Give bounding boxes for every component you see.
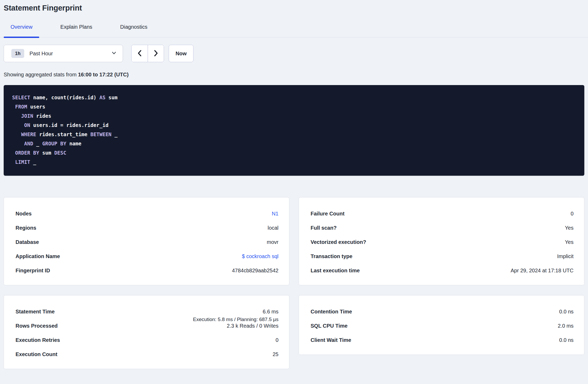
row-value-wrap: 0.0 ns	[559, 309, 574, 315]
card-row: Regionslocal	[16, 225, 278, 239]
row-label: SQL CPU Time	[311, 323, 347, 329]
row-value-wrap: 4784cb829aab2542	[232, 268, 278, 274]
sql-keyword: AS	[99, 95, 106, 100]
sql-statement-box: SELECT name, count(rides.id) AS sum FROM…	[4, 85, 584, 176]
sql-keyword: ON	[24, 122, 30, 128]
page-title: Statement Fingerprint	[4, 4, 584, 12]
sql-text: users	[27, 104, 45, 110]
sql-text: rides.start_time	[36, 131, 91, 137]
time-range-dropdown[interactable]: 1h Past Hour	[4, 45, 123, 62]
row-value: 0.0 ns	[559, 337, 574, 343]
row-value-link[interactable]: $ cockroach sql	[242, 253, 278, 259]
summary-card-overview-right: Failure Count0Full scan?YesVectorized ex…	[299, 197, 584, 285]
stats-caption-prefix: Showing aggregated stats from	[4, 72, 78, 77]
card-row: Failure Count0	[311, 211, 574, 225]
row-value: Yes	[565, 239, 574, 245]
row-label: Client Wait Time	[311, 337, 351, 343]
sql-text	[12, 141, 24, 146]
sql-text	[12, 113, 21, 119]
row-label: Statement Time	[16, 309, 55, 315]
row-value: Implicit	[557, 253, 574, 259]
sql-text	[12, 122, 24, 128]
row-label: Vectorized execution?	[311, 239, 366, 245]
row-value: 0	[276, 337, 278, 343]
row-value-wrap: 0	[276, 337, 278, 343]
card-row: Statement Time6.6 msExecution: 5.8 ms / …	[16, 309, 278, 323]
row-label: Application Name	[16, 253, 60, 259]
next-time-button[interactable]	[148, 45, 164, 62]
row-label: Transaction type	[311, 253, 352, 259]
row-value: local	[268, 225, 278, 231]
summary-card-timing-left: Statement Time6.6 msExecution: 5.8 ms / …	[4, 295, 289, 369]
row-value: movr	[267, 239, 278, 245]
sql-keyword: JOIN	[21, 113, 33, 119]
row-label: Failure Count	[311, 211, 345, 217]
chevron-right-icon	[153, 50, 159, 58]
sql-text: name	[66, 141, 81, 146]
row-value: 6.6 ms	[263, 309, 278, 315]
summary-cards: NodesN1RegionslocalDatabasemovrApplicati…	[4, 197, 584, 369]
time-range-badge: 1h	[11, 49, 24, 58]
tab-explain-plans[interactable]: Explain Plans	[53, 24, 99, 37]
row-value-wrap: $ cockroach sql	[242, 253, 278, 259]
card-row: Last execution timeApr 29, 2024 at 17:18…	[311, 268, 574, 282]
time-step-group	[131, 45, 164, 62]
tab-diagnostics[interactable]: Diagnostics	[113, 24, 154, 37]
sql-text: _	[33, 141, 42, 146]
tab-overview[interactable]: Overview	[4, 24, 39, 37]
sql-text: name, count(rides.id)	[30, 95, 99, 100]
sql-text: _	[112, 131, 118, 137]
row-value-wrap: Apr 29, 2024 at 17:18 UTC	[511, 268, 574, 274]
time-range-label: Past Hour	[29, 51, 112, 57]
card-row: Execution Count25	[16, 351, 278, 366]
sql-text: sum	[106, 95, 118, 100]
card-row: Execution Retries0	[16, 337, 278, 351]
card-row: Contention Time0.0 ns	[311, 309, 574, 323]
chevron-down-icon	[112, 51, 116, 56]
chevron-left-icon	[137, 50, 143, 58]
stats-caption: Showing aggregated stats from 16:00 to 1…	[4, 72, 584, 78]
card-row: Databasemovr	[16, 239, 278, 253]
row-value-wrap: Implicit	[557, 253, 574, 259]
row-label: Fingerprint ID	[16, 268, 50, 274]
card-row: Full scan?Yes	[311, 225, 574, 239]
row-value-wrap: 0	[571, 211, 574, 217]
row-value: 0.0 ns	[559, 309, 574, 315]
sql-text: _	[30, 159, 36, 165]
row-value: Apr 29, 2024 at 17:18 UTC	[511, 268, 574, 274]
time-controls: 1h Past Hour Now	[4, 45, 584, 62]
row-label: Regions	[16, 225, 36, 231]
row-value-wrap: 2.3 k Reads / 0 Writes	[227, 323, 278, 329]
prev-time-button[interactable]	[132, 45, 148, 62]
sql-keyword: GROUP BY	[42, 141, 66, 146]
row-label: Execution Count	[16, 351, 57, 357]
summary-card-overview-left: NodesN1RegionslocalDatabasemovrApplicati…	[4, 197, 289, 285]
row-value-link[interactable]: N1	[272, 211, 278, 217]
row-value: 2.0 ms	[558, 323, 574, 329]
stats-caption-range: 16:00 to 17:22 (UTC)	[78, 72, 128, 77]
card-row: Application Name$ cockroach sql	[16, 253, 278, 268]
sql-text: sum	[39, 150, 54, 156]
card-row: Rows Processed2.3 k Reads / 0 Writes	[16, 323, 278, 337]
now-button[interactable]: Now	[169, 45, 193, 62]
sql-text	[12, 159, 15, 165]
row-value-wrap: 6.6 msExecution: 5.8 ms / Planning: 687.…	[193, 309, 278, 322]
sql-keyword: FROM	[15, 104, 27, 110]
sql-text: rides	[33, 113, 51, 119]
sql-text	[12, 131, 21, 137]
row-value-wrap: Yes	[565, 225, 574, 231]
summary-card-timing-right: Contention Time0.0 nsSQL CPU Time2.0 msC…	[299, 295, 584, 355]
row-value: 4784cb829aab2542	[232, 268, 278, 274]
sql-text: users.id = rides.rider_id	[30, 122, 108, 128]
row-label: Full scan?	[311, 225, 337, 231]
sql-keyword: DESC	[54, 150, 66, 156]
card-row: Transaction typeImplicit	[311, 253, 574, 268]
sql-keyword: LIMIT	[15, 159, 30, 165]
sql-keyword: AND	[24, 141, 33, 146]
row-value-wrap: 0.0 ns	[559, 337, 574, 343]
row-value: 25	[273, 351, 278, 357]
sql-keyword: ORDER BY	[15, 150, 39, 156]
sql-text	[12, 104, 15, 110]
card-row: SQL CPU Time2.0 ms	[311, 323, 574, 337]
row-label: Contention Time	[311, 309, 352, 315]
